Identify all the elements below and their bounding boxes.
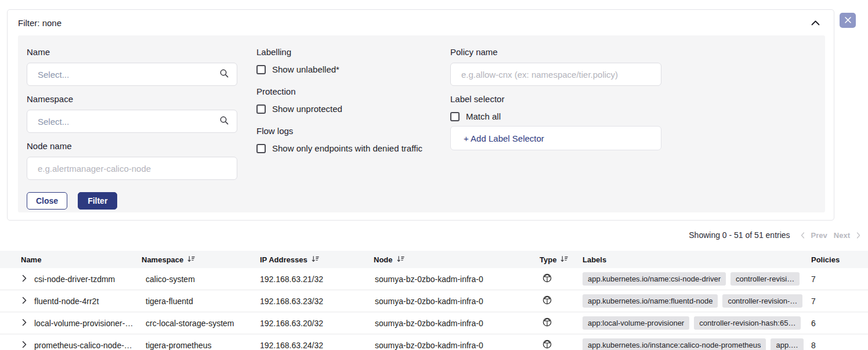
column-header-labels: Labels: [583, 255, 806, 264]
close-icon: [845, 16, 851, 25]
endpoints-table: Name Namespace IP Addresses Node Type La…: [0, 251, 868, 350]
chevron-right-icon: [22, 319, 27, 328]
endpoint-node: soumya-bz-0zbo-kadm-infra-0: [374, 341, 540, 350]
filter-form: Name Select... Namespace Select...: [18, 35, 825, 212]
pod-icon: [542, 317, 552, 329]
show-unlabelled-label: Show unlabelled*: [272, 64, 339, 74]
labelling-section-label: Labelling: [256, 47, 431, 57]
chevron-right-icon: [22, 297, 27, 306]
match-all-checkbox[interactable]: [450, 112, 460, 121]
label-pill: app.kubernetes.io/name:fluentd-node: [583, 294, 718, 308]
label-selector-section-label: Label selector: [450, 94, 661, 104]
sort-icon: [312, 255, 319, 264]
table-header-row: Name Namespace IP Addresses Node Type La…: [0, 251, 868, 268]
label-pill: app.…: [771, 338, 803, 350]
column-header-node[interactable]: Node: [374, 255, 540, 264]
endpoint-ip: 192.168.63.20/32: [260, 319, 374, 328]
endpoint-ip: 192.168.63.24/32: [260, 341, 374, 350]
endpoint-node: soumya-bz-0zbo-kadm-infra-0: [374, 319, 540, 328]
endpoint-name: local-volume-provisioner-…: [34, 319, 133, 328]
pod-icon: [542, 295, 552, 306]
filter-panel-title: Filter: none: [18, 18, 62, 28]
node-name-field-label: Node name: [27, 141, 237, 151]
dismiss-filter-button[interactable]: [840, 13, 856, 28]
next-page-button[interactable]: Next: [834, 231, 850, 240]
namespace-select-placeholder: Select...: [38, 117, 69, 127]
label-pill: controller-revision-…: [722, 294, 802, 308]
pagination: Showing 0 - 51 of 51 entries Prev Next: [689, 230, 860, 240]
endpoint-policies-count: 7: [806, 297, 868, 306]
name-field-label: Name: [27, 47, 237, 57]
column-header-policies: Policies: [806, 255, 868, 264]
filter-button[interactable]: Filter: [78, 192, 117, 210]
show-unprotected-checkbox[interactable]: [256, 104, 266, 114]
filter-panel: Filter: none Name Select... Namespace: [7, 9, 834, 221]
match-all-label: Match all: [466, 111, 501, 121]
name-select-placeholder: Select...: [38, 70, 69, 80]
collapse-filter-button[interactable]: [810, 17, 821, 28]
show-unprotected-label: Show unprotected: [272, 104, 342, 114]
expand-row-button[interactable]: [22, 275, 27, 284]
endpoint-node: soumya-bz-0zbo-kadm-infra-0: [374, 275, 540, 284]
expand-row-button[interactable]: [22, 297, 27, 306]
endpoint-ip: 192.168.63.21/32: [260, 275, 374, 284]
table-row[interactable]: csi-node-driver-tzdmm calico-system 192.…: [0, 268, 868, 290]
table-row[interactable]: local-volume-provisioner-… crc-local-sto…: [0, 312, 868, 334]
pod-icon: [542, 273, 552, 284]
close-button[interactable]: Close: [27, 192, 67, 210]
label-pill: app.kubernetes.io/instance:calico-node-p…: [583, 338, 766, 350]
namespace-field-label: Namespace: [27, 94, 237, 104]
flow-logs-section-label: Flow logs: [256, 126, 431, 136]
table-row[interactable]: prometheus-calico-node-… tigera-promethe…: [0, 334, 868, 350]
label-pill: controller-revision-hash:65…: [694, 316, 801, 330]
column-header-name: Name: [0, 255, 142, 264]
sort-icon: [560, 255, 568, 264]
column-header-namespace[interactable]: Namespace: [142, 255, 260, 264]
prev-page-button[interactable]: Prev: [811, 231, 827, 240]
chevron-right-icon: [856, 232, 860, 239]
add-label-selector-button[interactable]: + Add Label Selector: [450, 126, 661, 150]
expand-row-button[interactable]: [22, 341, 27, 350]
endpoint-node: soumya-bz-0zbo-kadm-infra-0: [374, 297, 540, 306]
chevron-right-icon: [22, 275, 27, 284]
endpoint-policies-count: 8: [806, 341, 868, 350]
pod-icon: [542, 340, 552, 350]
chevron-right-icon: [22, 341, 27, 350]
policy-name-input[interactable]: [450, 63, 661, 86]
label-pill: controller-revisi…: [730, 272, 800, 286]
endpoint-policies-count: 7: [806, 275, 868, 284]
entries-summary: Showing 0 - 51 of 51 entries: [689, 230, 790, 240]
sort-icon: [397, 255, 404, 264]
denied-traffic-label: Show only endpoints with denied traffic: [272, 143, 422, 153]
table-row[interactable]: fluentd-node-4rr2t tigera-fluentd 192.16…: [0, 290, 868, 312]
endpoint-namespace: tigera-prometheus: [142, 341, 260, 350]
label-pill: app:local-volume-provisioner: [583, 316, 689, 330]
endpoint-name: prometheus-calico-node-…: [34, 341, 132, 350]
protection-section-label: Protection: [256, 86, 431, 96]
chevron-up-icon: [811, 19, 820, 27]
search-icon: [219, 68, 229, 81]
chevron-left-icon: [801, 232, 805, 239]
endpoint-namespace: calico-system: [142, 275, 260, 284]
column-header-type[interactable]: Type: [540, 255, 583, 264]
show-unlabelled-checkbox[interactable]: [256, 65, 266, 74]
column-header-ip-addresses[interactable]: IP Addresses: [260, 255, 374, 264]
namespace-select[interactable]: Select...: [27, 110, 237, 133]
endpoint-policies-count: 6: [806, 319, 868, 328]
label-pill: app.kubernetes.io/name:csi-node-driver: [583, 272, 726, 286]
sort-icon: [187, 255, 195, 264]
endpoint-ip: 192.168.63.23/32: [260, 297, 374, 306]
endpoint-name: csi-node-driver-tzdmm: [34, 275, 115, 284]
filter-panel-header: Filter: none: [8, 10, 834, 28]
node-name-input[interactable]: [27, 157, 237, 180]
denied-traffic-checkbox[interactable]: [256, 144, 266, 153]
search-icon: [219, 116, 229, 128]
endpoint-name: fluentd-node-4rr2t: [34, 297, 99, 306]
policy-name-field-label: Policy name: [450, 47, 661, 57]
endpoint-namespace: tigera-fluentd: [142, 297, 260, 306]
expand-row-button[interactable]: [22, 319, 27, 328]
name-select[interactable]: Select...: [27, 63, 237, 86]
endpoint-namespace: crc-local-storage-system: [142, 319, 260, 328]
